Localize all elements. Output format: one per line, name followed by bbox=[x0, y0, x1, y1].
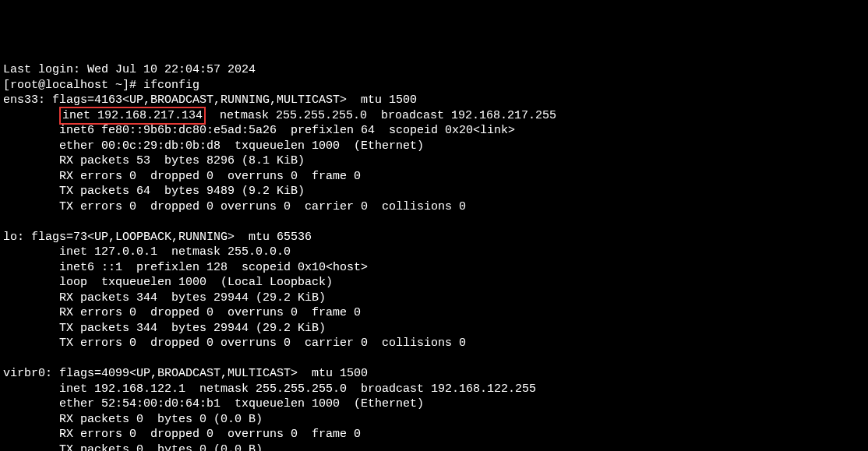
lo-inet6: inet6 ::1 prefixlen 128 scopeid 0x10<hos… bbox=[3, 261, 368, 274]
lo-rx-errors: RX errors 0 dropped 0 overruns 0 frame 0 bbox=[3, 306, 361, 319]
ens33-inet-pad bbox=[3, 109, 59, 122]
ens33-rx-packets: RX packets 53 bytes 8296 (8.1 KiB) bbox=[3, 154, 305, 167]
last-login-line: Last login: Wed Jul 10 22:04:57 2024 bbox=[3, 63, 256, 76]
ens33-rx-errors: RX errors 0 dropped 0 overruns 0 frame 0 bbox=[3, 170, 361, 183]
lo-tx-packets: TX packets 344 bytes 29944 (29.2 KiB) bbox=[3, 322, 326, 335]
lo-header: lo: flags=73<UP,LOOPBACK,RUNNING> mtu 65… bbox=[3, 231, 312, 244]
terminal-output[interactable]: Last login: Wed Jul 10 22:04:57 2024 [ro… bbox=[0, 61, 868, 451]
ens33-header: ens33: flags=4163<UP,BROADCAST,RUNNING,M… bbox=[3, 93, 417, 107]
virbr0-rx-packets: RX packets 0 bytes 0 (0.0 B) bbox=[3, 413, 263, 426]
virbr0-tx-packets: TX packets 0 bytes 0 (0.0 B) bbox=[3, 443, 263, 452]
virbr0-header: virbr0: flags=4099<UP,BROADCAST,MULTICAS… bbox=[3, 367, 368, 380]
ens33-inet-rest: netmask 255.255.255.0 broadcast 192.168.… bbox=[206, 109, 556, 122]
ens33-tx-errors: TX errors 0 dropped 0 overruns 0 carrier… bbox=[3, 200, 466, 213]
virbr0-inet: inet 192.168.122.1 netmask 255.255.255.0… bbox=[3, 382, 536, 396]
ens33-inet6: inet6 fe80::9b6b:dc80:e5ad:5a26 prefixle… bbox=[3, 124, 515, 137]
ens33-inet-highlight: inet 192.168.217.134 bbox=[59, 107, 206, 125]
ens33-tx-packets: TX packets 64 bytes 9489 (9.2 KiB) bbox=[3, 185, 305, 198]
virbr0-ether: ether 52:54:00:d0:64:b1 txqueuelen 1000 … bbox=[3, 397, 424, 410]
lo-inet: inet 127.0.0.1 netmask 255.0.0.0 bbox=[3, 245, 291, 259]
lo-rx-packets: RX packets 344 bytes 29944 (29.2 KiB) bbox=[3, 291, 326, 305]
virbr0-rx-errors: RX errors 0 dropped 0 overruns 0 frame 0 bbox=[3, 428, 361, 441]
lo-loop: loop txqueuelen 1000 (Local Loopback) bbox=[3, 276, 333, 289]
command-ifconfig: ifconfig bbox=[143, 79, 199, 92]
lo-tx-errors: TX errors 0 dropped 0 overruns 0 carrier… bbox=[3, 336, 466, 350]
shell-prompt: [root@localhost ~]# bbox=[3, 79, 143, 92]
ens33-ether: ether 00:0c:29:db:0b:d8 txqueuelen 1000 … bbox=[3, 139, 424, 153]
